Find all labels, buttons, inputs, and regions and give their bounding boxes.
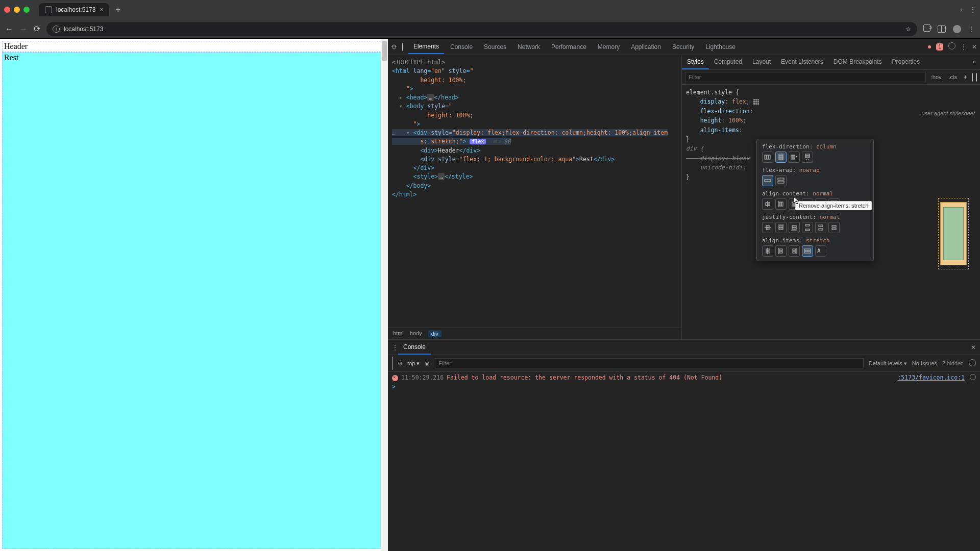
- ai-baseline-button[interactable]: A: [815, 245, 826, 257]
- styles-tab-layout[interactable]: Layout: [747, 55, 776, 69]
- back-button[interactable]: ←: [5, 24, 13, 34]
- dom-head[interactable]: <head>: [406, 94, 428, 101]
- maximize-window-button[interactable]: [23, 7, 30, 13]
- page-scrollbar[interactable]: [381, 39, 388, 551]
- styles-tabs-more[interactable]: »: [968, 55, 980, 69]
- console-live-expr-icon[interactable]: ◉: [425, 360, 430, 367]
- console-body[interactable]: 11:50:29.216 Failed to load resource: th…: [388, 372, 980, 551]
- error-count-badge[interactable]: 1: [936, 43, 943, 51]
- jc-space-evenly-button[interactable]: [828, 222, 840, 233]
- device-toolbar-icon[interactable]: [402, 43, 403, 51]
- jc-end-button[interactable]: [789, 222, 800, 233]
- new-tab-button[interactable]: +: [115, 5, 120, 14]
- tab-lighthouse[interactable]: Lighthouse: [700, 40, 741, 54]
- tab-elements[interactable]: Elements: [408, 40, 444, 54]
- tab-console[interactable]: Console: [445, 40, 478, 54]
- dom-rest-div[interactable]: <div style="flex: 1; background-color: a…: [420, 156, 579, 163]
- bookmark-star-icon[interactable]: ☆: [905, 26, 911, 33]
- styles-tab-computed[interactable]: Computed: [709, 55, 747, 69]
- reload-button[interactable]: ⟳: [34, 24, 40, 34]
- styles-tab-props[interactable]: Properties: [887, 55, 925, 69]
- console-log-error[interactable]: 11:50:29.216 Failed to load resource: th…: [392, 374, 976, 381]
- fd-column-button[interactable]: [775, 152, 787, 163]
- drawer-menu-icon[interactable]: ⋮: [392, 344, 398, 351]
- fp-align-items-label: align-items: stretch: [762, 237, 868, 244]
- crumb-body[interactable]: body: [410, 330, 422, 337]
- fd-row-reverse-button[interactable]: [789, 152, 800, 163]
- console-clear-button[interactable]: ⊘: [398, 360, 402, 367]
- close-window-button[interactable]: [4, 7, 10, 13]
- cls-toggle[interactable]: .cls: [947, 73, 960, 81]
- dom-tree[interactable]: <!DOCTYPE html> <html lang="en" style=" …: [388, 55, 681, 328]
- minimize-window-button[interactable]: [14, 7, 20, 13]
- tab-close-button[interactable]: ×: [100, 6, 103, 13]
- fw-wrap-button[interactable]: [775, 175, 787, 186]
- log-gear-icon[interactable]: [970, 374, 976, 380]
- tab-sources[interactable]: Sources: [479, 40, 511, 54]
- flex-badge[interactable]: flex: [470, 139, 486, 144]
- jc-space-around-button[interactable]: [815, 222, 826, 233]
- tab-network[interactable]: Network: [512, 40, 545, 54]
- console-settings-icon[interactable]: [969, 359, 976, 367]
- ai-stretch-button[interactable]: [802, 245, 813, 257]
- console-issues-label[interactable]: No Issues: [912, 360, 937, 366]
- fd-row-button[interactable]: [762, 152, 773, 163]
- console-prompt[interactable]: >: [392, 383, 396, 390]
- styles-tab-events[interactable]: Event Listeners: [776, 55, 828, 69]
- hov-toggle[interactable]: :hov: [929, 73, 944, 81]
- tab-memory[interactable]: Memory: [593, 40, 625, 54]
- dom-style[interactable]: <style>: [413, 173, 438, 180]
- forward-button[interactable]: →: [19, 24, 28, 34]
- ac-center-button[interactable]: [762, 198, 773, 210]
- browser-menu-button[interactable]: ⋮: [968, 26, 975, 33]
- styles-render-icon[interactable]: [976, 73, 977, 81]
- ai-end-button[interactable]: [789, 245, 800, 257]
- styles-tab-dombp[interactable]: DOM Breakpoints: [828, 55, 887, 69]
- console-filter-input[interactable]: [435, 358, 863, 368]
- console-levels-select[interactable]: Default levels ▾: [869, 360, 907, 367]
- dom-header-div[interactable]: <div>: [420, 147, 438, 154]
- fd-column-reverse-button[interactable]: [802, 152, 813, 163]
- extensions-icon[interactable]: [923, 24, 930, 33]
- console-context-select[interactable]: top ▾: [407, 360, 420, 367]
- devtools-more-icon[interactable]: ⋮: [961, 43, 967, 51]
- site-info-icon[interactable]: i: [53, 26, 60, 33]
- dom-html-open[interactable]: <html lang="en" style=" height: 100%; ">: [392, 67, 473, 92]
- overflow-chevron-icon[interactable]: ›: [961, 6, 963, 13]
- new-style-rule-button[interactable]: ＋: [962, 72, 969, 82]
- dom-body-open[interactable]: <body style=" height: 100%; ">: [392, 103, 473, 128]
- dom-selected-div[interactable]: <div style="display: flex;flex-direction…: [413, 129, 668, 136]
- tab-title: localhost:5173: [56, 6, 95, 13]
- box-model-preview: [938, 198, 969, 269]
- inspect-icon[interactable]: ⯐: [391, 43, 397, 51]
- url-bar[interactable]: i localhost:5173 ☆: [46, 22, 917, 36]
- browser-tab[interactable]: localhost:5173 ×: [39, 3, 109, 16]
- tab-application[interactable]: Application: [626, 40, 666, 54]
- console-hidden-label[interactable]: 2 hidden: [942, 360, 964, 366]
- tab-security[interactable]: Security: [667, 40, 699, 54]
- jc-space-between-button[interactable]: [802, 222, 813, 233]
- flex-editor-icon[interactable]: [753, 99, 760, 105]
- drawer-close-button[interactable]: ✕: [971, 344, 976, 351]
- console-sidebar-toggle[interactable]: [392, 357, 393, 369]
- crumb-div[interactable]: div: [428, 330, 442, 337]
- jc-start-button[interactable]: [775, 222, 787, 233]
- ac-start-button[interactable]: [775, 198, 787, 210]
- flex-tooltip: Remove align-items: stretch: [795, 201, 872, 210]
- favicon-icon: [45, 6, 52, 13]
- styles-computed-toggle-icon[interactable]: [972, 73, 973, 81]
- styles-tab-styles[interactable]: Styles: [682, 55, 709, 69]
- fw-nowrap-button[interactable]: [762, 175, 773, 186]
- ai-start-button[interactable]: [775, 245, 787, 257]
- side-panel-icon[interactable]: [938, 26, 946, 33]
- drawer-tab-console[interactable]: Console: [398, 340, 431, 355]
- crumb-html[interactable]: html: [393, 330, 404, 337]
- devtools-close-icon[interactable]: ✕: [972, 43, 977, 51]
- devtools-settings-icon[interactable]: [948, 42, 955, 51]
- profile-avatar-icon[interactable]: [953, 25, 961, 33]
- log-source-link[interactable]: :5173/favicon.ico:1: [897, 374, 965, 381]
- jc-center-button[interactable]: [762, 222, 773, 233]
- styles-filter-input[interactable]: [685, 72, 926, 82]
- tab-performance[interactable]: Performance: [546, 40, 592, 54]
- ai-center-button[interactable]: [762, 245, 773, 257]
